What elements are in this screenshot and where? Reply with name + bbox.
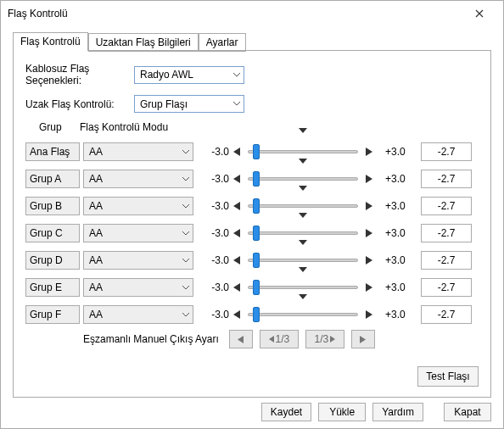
slider-thumb[interactable] xyxy=(253,280,260,295)
group-mode-combo[interactable]: AA xyxy=(83,224,193,242)
group-name: Grup D xyxy=(25,251,80,270)
slider-track xyxy=(248,204,358,208)
manual-label: Eşzamanlı Manuel Çıkış Ayarı xyxy=(83,333,219,345)
slider-thumb[interactable] xyxy=(253,198,260,214)
triangle-right-icon xyxy=(366,148,372,156)
slider-thumb[interactable] xyxy=(253,253,260,268)
test-flash-button[interactable]: Test Flaşı xyxy=(417,366,479,387)
close-icon xyxy=(475,9,484,18)
step-right-button[interactable] xyxy=(363,227,375,239)
page-next-inner[interactable]: 1/3 xyxy=(305,330,344,348)
step-right-button[interactable] xyxy=(363,281,375,293)
slider-thumb[interactable] xyxy=(253,307,260,322)
dialog-title: Flaş Kontrolü xyxy=(8,8,462,20)
group-name: Grup C xyxy=(25,224,80,242)
group-name: Grup F xyxy=(25,305,80,324)
col-group: Grup xyxy=(25,121,80,133)
triangle-left-icon xyxy=(233,148,240,156)
group-mode-combo[interactable]: AA xyxy=(83,251,193,270)
group-row: Grup A AA -3.0 +3.0 -2.7 xyxy=(25,167,479,191)
slider-max: +3.0 xyxy=(385,200,412,212)
slider-min: -3.0 xyxy=(202,309,229,320)
step-left-button[interactable] xyxy=(231,146,243,158)
triangle-down-icon xyxy=(299,267,307,272)
triangle-left-icon xyxy=(238,336,244,343)
close-dialog-button[interactable]: Kapat xyxy=(444,403,491,421)
group-grid: Ana Flaş AA -3.0 +3.0 -2.7 Grup A AA -3.… xyxy=(25,140,479,326)
tab-flash-control[interactable]: Flaş Kontrolü xyxy=(13,32,88,51)
tab-settings[interactable]: Ayarlar xyxy=(199,33,246,52)
slider-thumb[interactable] xyxy=(253,226,260,241)
step-left-button[interactable] xyxy=(231,200,243,212)
triangle-down-icon xyxy=(299,240,307,245)
step-left-button[interactable] xyxy=(231,281,243,293)
chevron-down-icon xyxy=(182,204,189,209)
page-next-outer[interactable] xyxy=(351,330,375,348)
triangle-left-icon xyxy=(233,256,240,265)
slider[interactable] xyxy=(248,305,358,324)
triangle-right-icon xyxy=(366,175,372,183)
save-button[interactable]: Kaydet xyxy=(261,403,311,421)
slider-track xyxy=(248,313,358,316)
compensation-value: -2.7 xyxy=(421,278,472,297)
compensation-value: -2.7 xyxy=(421,142,472,161)
step-left-button[interactable] xyxy=(231,227,243,239)
triangle-down-icon xyxy=(299,186,307,191)
wireless-combo[interactable]: Radyo AWL xyxy=(134,66,244,84)
slider-min: -3.0 xyxy=(202,173,229,185)
group-name: Grup E xyxy=(25,278,80,297)
triangle-left-icon xyxy=(233,202,240,210)
step-right-button[interactable] xyxy=(363,254,375,266)
step-right-button[interactable] xyxy=(363,309,375,320)
slider-max: +3.0 xyxy=(385,146,412,158)
group-mode-combo[interactable]: AA xyxy=(83,142,193,161)
slider-track xyxy=(248,286,358,289)
triangle-down-icon xyxy=(299,159,307,164)
close-button[interactable] xyxy=(462,2,496,25)
manual-output-row: Eşzamanlı Manuel Çıkış Ayarı 1/3 1/3 xyxy=(83,330,479,348)
chevron-down-icon xyxy=(182,231,189,236)
step-left-button[interactable] xyxy=(231,309,243,320)
chevron-down-icon xyxy=(233,73,240,77)
remote-value: Grup Flaşı xyxy=(140,98,188,110)
compensation-value: -2.7 xyxy=(421,305,472,324)
group-mode-combo[interactable]: AA xyxy=(83,197,193,215)
remote-label: Uzak Flaş Kontrolü: xyxy=(25,98,134,110)
tab-remote-info[interactable]: Uzaktan Flaş Bilgileri xyxy=(88,33,199,52)
footer: Kaydet Yükle Yardım Kapat xyxy=(261,403,491,421)
tab-panel: Kablosuz Flaş Seçenekleri: Radyo AWL Uza… xyxy=(13,50,491,398)
triangle-left-icon xyxy=(233,283,240,292)
remote-combo[interactable]: Grup Flaşı xyxy=(134,95,244,113)
help-button[interactable]: Yardım xyxy=(372,403,423,421)
page-prev-inner[interactable]: 1/3 xyxy=(260,330,299,348)
titlebar: Flaş Kontrolü xyxy=(1,1,503,26)
chevron-down-icon xyxy=(182,313,189,317)
step-left-button[interactable] xyxy=(231,173,243,185)
compensation-value: -2.7 xyxy=(421,251,472,270)
step-left-button[interactable] xyxy=(231,254,243,266)
chevron-down-icon xyxy=(182,177,189,181)
chevron-down-icon xyxy=(182,150,189,154)
slider-thumb[interactable] xyxy=(253,144,260,159)
load-button[interactable]: Yükle xyxy=(318,403,366,421)
slider-min: -3.0 xyxy=(202,227,229,239)
group-row: Grup F AA -3.0 +3.0 -2.7 xyxy=(25,303,479,326)
step-right-button[interactable] xyxy=(363,146,375,158)
slider-min: -3.0 xyxy=(202,281,229,293)
triangle-down-icon xyxy=(299,128,307,133)
group-name: Grup B xyxy=(25,197,80,215)
step-right-button[interactable] xyxy=(363,173,375,185)
chevron-down-icon xyxy=(182,286,189,290)
triangle-right-icon xyxy=(330,336,335,343)
group-mode-combo[interactable]: AA xyxy=(83,278,193,297)
triangle-down-icon xyxy=(299,294,307,299)
slider-thumb[interactable] xyxy=(253,171,260,187)
wireless-label: Kablosuz Flaş Seçenekleri: xyxy=(25,63,134,86)
slider-max: +3.0 xyxy=(385,309,412,320)
group-mode-combo[interactable]: AA xyxy=(83,170,193,188)
group-row: Ana Flaş AA -3.0 +3.0 -2.7 xyxy=(25,140,479,164)
step-right-button[interactable] xyxy=(363,200,375,212)
page-prev-outer[interactable] xyxy=(229,330,253,348)
group-mode-combo[interactable]: AA xyxy=(83,305,193,324)
triangle-right-icon xyxy=(366,310,372,319)
